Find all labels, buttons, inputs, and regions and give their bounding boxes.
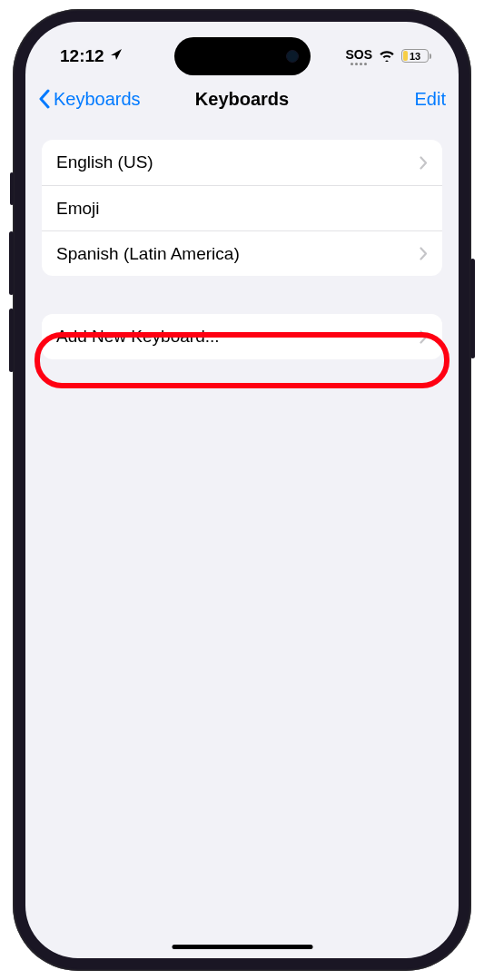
add-keyboard-group: Add New Keyboard...: [42, 314, 442, 359]
phone-frame: 12:12 SOS 13: [13, 9, 471, 971]
home-indicator[interactable]: [172, 945, 312, 949]
side-button-volume-down: [9, 309, 14, 372]
status-right: SOS 13: [345, 46, 431, 66]
dynamic-island: [174, 37, 311, 75]
back-label: Keyboards: [54, 89, 141, 110]
side-button-power: [470, 259, 475, 358]
back-button[interactable]: Keyboards: [38, 89, 141, 110]
page-title: Keyboards: [195, 89, 289, 110]
chevron-right-icon: [420, 156, 428, 170]
keyboard-list: English (US) Emoji Spanish (Latin Americ…: [42, 140, 442, 276]
side-button-silence: [10, 172, 14, 205]
screen: 12:12 SOS 13: [25, 22, 459, 958]
content: English (US) Emoji Spanish (Latin Americ…: [25, 122, 459, 359]
status-time: 12:12: [60, 46, 104, 66]
keyboard-label: Emoji: [56, 199, 100, 219]
chevron-right-icon: [420, 330, 428, 344]
keyboard-item-emoji[interactable]: Emoji: [42, 185, 442, 230]
edit-button[interactable]: Edit: [415, 89, 446, 110]
keyboard-item-spanish[interactable]: Spanish (Latin America): [42, 230, 442, 276]
side-button-volume-up: [9, 231, 14, 295]
chevron-right-icon: [420, 247, 428, 260]
wifi-icon: [378, 46, 396, 66]
status-left: 12:12: [60, 46, 123, 66]
front-camera: [286, 50, 299, 63]
battery-icon: 13: [401, 49, 431, 63]
keyboard-item-english[interactable]: English (US): [42, 140, 442, 185]
chevron-left-icon: [38, 89, 51, 109]
keyboard-label: Spanish (Latin America): [56, 244, 240, 264]
location-icon: [109, 46, 123, 66]
nav-bar: Keyboards Keyboards Edit: [25, 76, 459, 122]
keyboard-label: English (US): [56, 152, 153, 172]
add-new-keyboard-button[interactable]: Add New Keyboard...: [42, 314, 442, 359]
sos-indicator: SOS: [345, 47, 372, 65]
add-new-label: Add New Keyboard...: [56, 327, 220, 347]
